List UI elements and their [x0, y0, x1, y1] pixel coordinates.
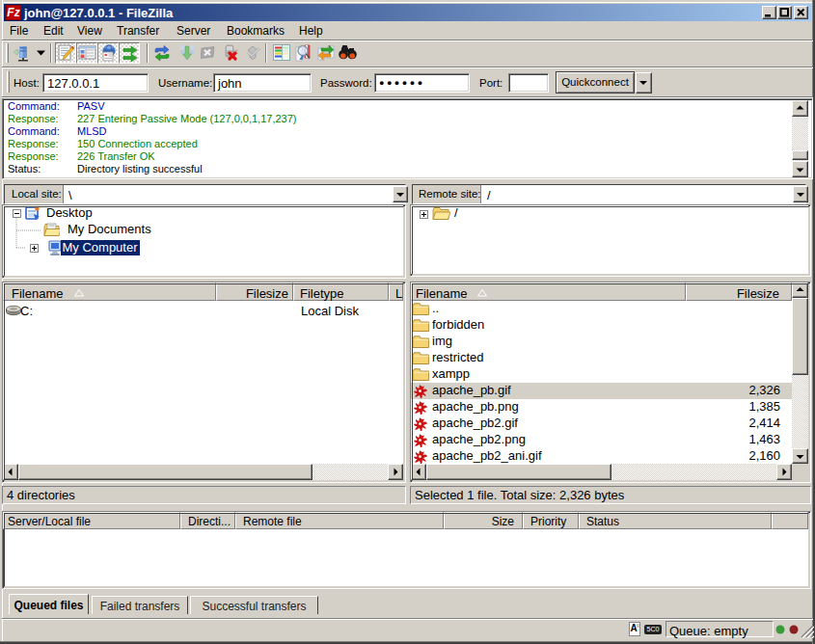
svg-text:A: A: [630, 623, 637, 633]
